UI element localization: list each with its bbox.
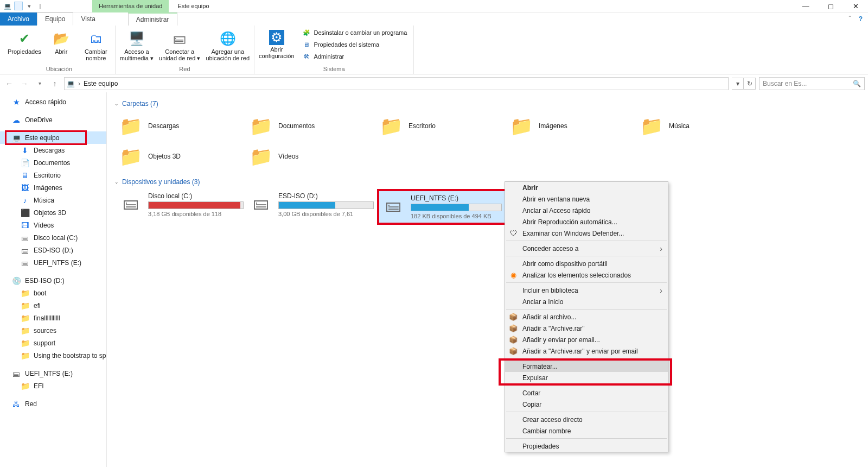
administrar-button[interactable]: 🛠Administrar (300, 52, 410, 61)
sidebar-item-documentos[interactable]: 📄Documentos (0, 156, 106, 169)
menu-item-label: Añadir a "Archive.rar" (522, 325, 585, 332)
ribbon-collapse-icon[interactable]: ˆ (849, 15, 851, 23)
propiedades-button[interactable]: ✔ Propiedades (8, 28, 41, 55)
folder-musica[interactable]: 📁Música (637, 111, 768, 141)
acceso-multimedia-button[interactable]: 🖥️ Acceso a multimedia ▾ (120, 28, 154, 61)
abrir-configuracion-label: Abrir configuración (259, 46, 294, 59)
tab-equipo[interactable]: Equipo (37, 12, 73, 26)
folder-objetos3d[interactable]: 📁Objetos 3D (117, 141, 247, 172)
sidebar-item-esd-iso-root[interactable]: 💿ESD-ISO (D:) (0, 274, 106, 287)
sidebar-item-bootstrap[interactable]: 📁Using the bootstrap to speed (0, 349, 106, 362)
sidebar-item-label: EFI (34, 382, 44, 390)
forward-button[interactable]: → (18, 78, 30, 90)
cube-icon: ⬛ (21, 209, 29, 217)
menu-item-anadir-archive[interactable]: 📦Añadir a "Archive.rar" (505, 323, 668, 334)
drive-label: Disco local (C:) (148, 192, 244, 200)
drive-c[interactable]: 🖴 Disco local (C:) 3,18 GB disponibles d… (117, 189, 247, 225)
menu-item-reproduccion[interactable]: Abrir Reproducción automática... (505, 216, 668, 228)
drive-e[interactable]: 🖴 UEFI_NTFS (E:) 182 KB disponibles de 4… (377, 189, 507, 225)
tab-file[interactable]: Archivo (0, 12, 37, 26)
menu-item-analizar[interactable]: ◉Analizar los elementos seleccionados (505, 269, 668, 281)
folder-escritorio[interactable]: 📁Escritorio (377, 111, 507, 141)
tab-vista[interactable]: Vista (73, 12, 103, 26)
folder-imagenes[interactable]: 📁Imágenes (507, 111, 637, 141)
sidebar-item-efi[interactable]: 📁efi (0, 299, 106, 312)
sidebar-item-boot[interactable]: 📁boot (0, 287, 106, 299)
menu-item-expulsar[interactable]: Expulsar (505, 372, 668, 383)
minimize-button[interactable]: — (793, 0, 818, 12)
drive-usage-bar (278, 201, 374, 209)
menu-item-anadir-archive-email[interactable]: 📦Añadir a "Archive.rar" y enviar por ema… (505, 345, 668, 357)
qat-item[interactable] (14, 2, 23, 10)
sidebar-item-efi2[interactable]: 📁EFI (0, 380, 106, 392)
conectar-unidad-button[interactable]: 🖴 Conectar a unidad de red ▾ (159, 28, 200, 61)
section-dispositivos[interactable]: ⌄ Dispositivos y unidades (3) (111, 176, 864, 188)
menu-item-defender[interactable]: 🛡Examinar con Windows Defender... (505, 228, 668, 239)
folder-videos[interactable]: 📁Vídeos (247, 141, 377, 172)
sidebar-item-onedrive[interactable]: ☁OneDrive (0, 113, 106, 126)
agregar-ubicacion-button[interactable]: 🌐 Agregar una ubicación de red (206, 28, 250, 61)
menu-item-conceder[interactable]: Conceder acceso a (505, 243, 668, 254)
sidebar-item-objetos3d[interactable]: ⬛Objetos 3D (0, 206, 106, 219)
sidebar-item-acceso-rapido[interactable]: ★Acceso rápido (0, 96, 106, 108)
sidebar-item-musica[interactable]: ♪Música (0, 194, 106, 206)
menu-item-formatear[interactable]: Formatear... (505, 361, 668, 372)
window-title: Este equipo (169, 3, 218, 9)
sidebar-item-este-equipo[interactable]: 💻Este equipo (0, 131, 106, 144)
sidebar-item-videos[interactable]: 🎞Vídeos (0, 219, 106, 231)
sidebar-item-sources[interactable]: 📁sources (0, 324, 106, 337)
qat-dropdown-icon[interactable]: ▾ (25, 2, 34, 10)
sidebar-item-uefi-root[interactable]: 🖴UEFI_NTFS (E:) (0, 367, 106, 380)
section-carpetas[interactable]: ⌄ Carpetas (7) (111, 98, 864, 110)
sidebar-item-imagenes[interactable]: 🖼Imágenes (0, 181, 106, 194)
menu-item-anadir-email[interactable]: 📦Añadir y enviar por email... (505, 334, 668, 345)
tab-administrar[interactable]: Administrar (128, 12, 177, 26)
menu-item-cortar[interactable]: Cortar (505, 387, 668, 399)
recent-dropdown-icon[interactable]: ▾ (34, 78, 46, 90)
music-folder-icon: 📁 (641, 115, 662, 137)
menu-item-anclar-acceso[interactable]: Anclar al Acceso rápido (505, 205, 668, 216)
maximize-button[interactable]: ◻ (818, 0, 843, 12)
sidebar-item-final[interactable]: 📁finalllllllllll (0, 312, 106, 324)
address-bar[interactable]: 💻 › Este equipo (64, 77, 729, 90)
contextual-tab[interactable]: Herramientas de unidad (92, 0, 169, 12)
search-input[interactable]: Buscar en Es... 🔍 (759, 77, 865, 90)
menu-item-anadir-archivo[interactable]: 📦Añadir al archivo... (505, 311, 668, 323)
close-button[interactable]: ✕ (843, 0, 868, 12)
folder-documentos[interactable]: 📁Documentos (247, 111, 377, 141)
menu-item-biblioteca[interactable]: Incluir en biblioteca (505, 285, 668, 296)
menu-item-crear-acceso[interactable]: Crear acceso directo (505, 414, 668, 425)
abrir-button[interactable]: 📂 Abrir (47, 28, 76, 55)
menu-item-ventana-nueva[interactable]: Abrir en ventana nueva (505, 193, 668, 205)
folder-descargas[interactable]: 📁Descargas (117, 111, 247, 141)
winrar-icon: 📦 (508, 335, 518, 345)
drive-icon: 🖴 (21, 234, 29, 242)
menu-item-anclar-inicio[interactable]: Anclar a Inicio (505, 296, 668, 307)
menu-item-portatil[interactable]: Abrir como dispositivo portátil (505, 258, 668, 269)
refresh-button[interactable]: ↻ (744, 78, 756, 90)
menu-item-copiar[interactable]: Copiar (505, 399, 668, 410)
desinstalar-button[interactable]: 🧩Desinstalar o cambiar un programa (300, 28, 410, 37)
help-icon[interactable]: ? (859, 15, 863, 23)
sidebar-item-descargas[interactable]: ⬇Descargas (0, 144, 106, 156)
breadcrumb[interactable]: Este equipo (84, 80, 118, 87)
3d-folder-icon: 📁 (120, 146, 142, 167)
sidebar-item-uefi[interactable]: 🖴UEFI_NTFS (E:) (0, 256, 106, 269)
sidebar-item-red[interactable]: 🖧Red (0, 397, 106, 410)
address-dropdown-icon[interactable]: ▾ (732, 78, 744, 90)
sidebar-item-label: Imágenes (34, 184, 62, 192)
propiedades-sistema-button[interactable]: 🖥Propiedades del sistema (300, 40, 410, 49)
sidebar-item-support[interactable]: 📁support (0, 337, 106, 349)
abrir-configuracion-button[interactable]: ⚙ Abrir configuración (259, 28, 294, 59)
sidebar-item-esd-iso[interactable]: 🖴ESD-ISO (D:) (0, 244, 106, 256)
menu-item-cambiar-nombre[interactable]: Cambiar nombre (505, 425, 668, 437)
up-button[interactable]: ↑ (49, 78, 61, 90)
back-button[interactable]: ← (3, 78, 15, 90)
cambiar-nombre-button[interactable]: 🗂 Cambiar nombre (81, 28, 111, 61)
menu-item-abrir[interactable]: Abrir (505, 182, 668, 193)
menu-item-propiedades[interactable]: Propiedades (505, 440, 668, 452)
menu-separator (506, 358, 667, 359)
drive-d[interactable]: 🖴 ESD-ISO (D:) 3,00 GB disponibles de 7,… (247, 189, 377, 225)
sidebar-item-disco-c[interactable]: 🖴Disco local (C:) (0, 231, 106, 244)
sidebar-item-escritorio[interactable]: 🖥Escritorio (0, 169, 106, 181)
